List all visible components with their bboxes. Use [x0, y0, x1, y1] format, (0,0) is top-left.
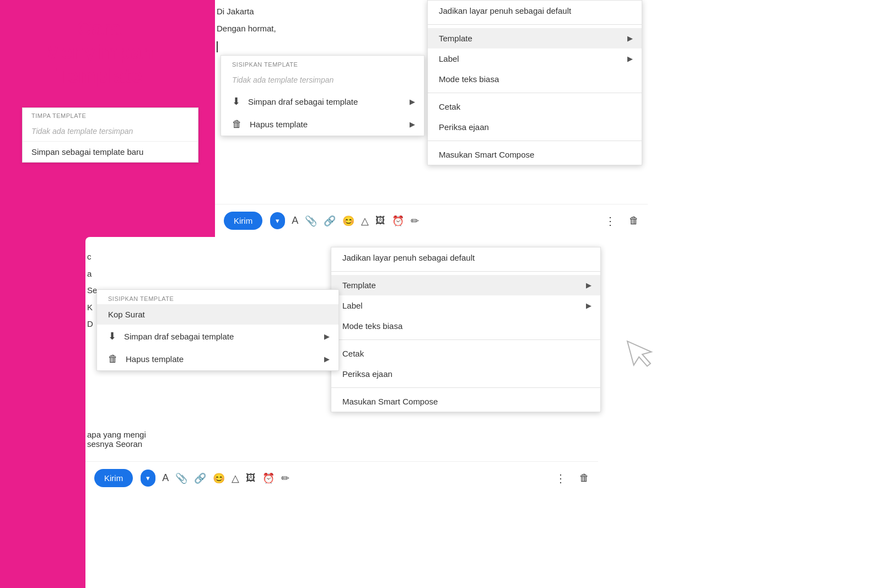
- bottom-right-print-label: Cetak: [342, 349, 364, 358]
- top-right-smart-compose-label: Masukan Smart Compose: [439, 150, 534, 159]
- context-menu-top-left: SISIPKAN TEMPLATE Tidak ada template ter…: [220, 55, 424, 136]
- timpa-save-new-btn[interactable]: Simpan sebagai template baru: [23, 141, 198, 162]
- bottom-attach-icon[interactable]: 📎: [175, 472, 187, 484]
- bottom-right-divider3: [331, 387, 600, 388]
- top-right-template-label: Template: [439, 34, 472, 43]
- top-left-empty-text: Tidak ada template tersimpan: [221, 70, 424, 90]
- top-right-fullscreen[interactable]: Jadikan layar penuh sebagai default: [428, 1, 642, 21]
- top-right-fullscreen-label: Jadikan layar penuh sebagai default: [439, 6, 571, 15]
- bottom-right-fullscreen-label: Jadikan layar penuh sebagai default: [342, 253, 475, 262]
- bottom-right-template-label: Template: [342, 280, 376, 290]
- bottom-save-draft-icon: ⬇: [108, 330, 116, 342]
- top-right-label[interactable]: Label ▶: [428, 48, 642, 69]
- bottom-photo-icon[interactable]: 🖼: [246, 472, 256, 484]
- top-send-dropdown[interactable]: ▾: [270, 212, 285, 229]
- bottom-right-smart-compose-label: Masukan Smart Compose: [342, 397, 438, 406]
- bottom-format-icon[interactable]: A: [162, 472, 169, 484]
- bottom-right-smart-compose[interactable]: Masukan Smart Compose: [331, 391, 600, 412]
- bottom-right-spellcheck[interactable]: Periksa ejaan: [331, 364, 600, 384]
- top-photo-icon[interactable]: 🖼: [375, 215, 385, 226]
- top-right-label-text: Label: [439, 54, 459, 63]
- top-pencil-icon[interactable]: ✏: [411, 215, 419, 227]
- email-line-jakarta: Di Jakarta: [217, 6, 276, 18]
- bottom-right-label-arrow: ▶: [586, 301, 591, 310]
- top-clock-icon[interactable]: ⏰: [392, 215, 404, 227]
- top-compose-toolbar: Kirim ▾ A 📎 🔗 😊 △ 🖼 ⏰ ✏ ⋮ 🗑: [215, 204, 648, 237]
- top-right-divider3: [428, 141, 642, 141]
- bottom-more-icon[interactable]: ⋮: [555, 472, 566, 485]
- top-more-icon[interactable]: ⋮: [605, 214, 616, 228]
- bottom-emoji-icon[interactable]: 😊: [213, 472, 225, 484]
- context-menu-top-right: Jadikan layar penuh sebagai default Temp…: [427, 0, 642, 165]
- email-line-hormat: Dengan hormat,: [217, 23, 276, 35]
- top-left-section-label: SISIPKAN TEMPLATE: [221, 56, 424, 70]
- bottom-right-plaintext[interactable]: Mode teks biasa: [331, 316, 600, 336]
- delete-template-label: Hapus template: [250, 120, 308, 129]
- top-left-save-draft[interactable]: ⬇ Simpan draf sebagai template ▶: [221, 90, 424, 113]
- bottom-send-button[interactable]: Kirim: [94, 469, 133, 487]
- top-right-spellcheck[interactable]: Periksa ejaan: [428, 117, 642, 137]
- top-right-template-arrow: ▶: [627, 34, 633, 42]
- delete-template-arrow: ▶: [410, 120, 415, 128]
- bottom-right-template-arrow: ▶: [586, 281, 591, 289]
- bottom-right-fullscreen[interactable]: Jadikan layar penuh sebagai default: [331, 247, 600, 268]
- top-right-template[interactable]: Template ▶: [428, 28, 642, 48]
- top-title: Cara Menyimpan Template: [22, 17, 176, 88]
- bottom-save-draft-label: Simpan draf sebagai template: [124, 332, 234, 341]
- top-right-plaintext[interactable]: Mode teks biasa: [428, 69, 642, 89]
- email-bottom-apa: apa yang mengi: [87, 430, 189, 439]
- bottom-right-label[interactable]: Label ▶: [331, 295, 600, 316]
- bottom-pencil-icon[interactable]: ✏: [281, 472, 289, 484]
- bottom-right-divider1: [331, 271, 600, 272]
- bottom-drive-icon[interactable]: △: [232, 472, 239, 484]
- top-right-label-arrow: ▶: [627, 55, 633, 63]
- context-menu-bottom-right: Jadikan layar penuh sebagai default Temp…: [331, 247, 601, 412]
- bottom-compose-toolbar: Kirim ▾ A 📎 🔗 😊 △ 🖼 ⏰ ✏ ⋮ 🗑: [85, 461, 598, 494]
- top-drive-icon[interactable]: △: [361, 215, 369, 227]
- bottom-clock-icon[interactable]: ⏰: [262, 472, 275, 484]
- bottom-delete-icon: 🗑: [108, 353, 118, 365]
- bottom-delete-arrow: ▶: [324, 355, 330, 363]
- bottom-save-draft-arrow: ▶: [324, 332, 330, 341]
- bottom-left-kop-surat[interactable]: Kop Surat: [97, 304, 338, 325]
- top-emoji-icon[interactable]: 😊: [342, 215, 354, 227]
- top-link-icon[interactable]: 🔗: [324, 215, 336, 227]
- bottom-left-section-label: SISIPKAN TEMPLATE: [97, 290, 338, 304]
- bottom-left-save-draft[interactable]: ⬇ Simpan draf sebagai template ▶: [97, 325, 338, 348]
- top-right-print[interactable]: Cetak: [428, 96, 642, 117]
- bottom-delete-icon[interactable]: 🗑: [579, 472, 589, 484]
- context-menu-bottom-left: SISIPKAN TEMPLATE Kop Surat ⬇ Simpan dra…: [96, 289, 339, 371]
- top-right-divider1: [428, 24, 642, 25]
- bottom-right-print[interactable]: Cetak: [331, 343, 600, 364]
- bottom-right-template[interactable]: Template ▶: [331, 275, 600, 295]
- top-right-divider2: [428, 93, 642, 93]
- kop-surat-label: Kop Surat: [108, 310, 145, 319]
- top-send-button[interactable]: Kirim: [224, 212, 262, 230]
- bottom-send-label: Kirim: [104, 473, 123, 483]
- top-attach-icon[interactable]: 📎: [305, 215, 317, 227]
- top-right-print-label: Cetak: [439, 102, 460, 111]
- top-delete-icon[interactable]: 🗑: [629, 215, 639, 226]
- bottom-delete-label: Hapus template: [126, 354, 184, 364]
- top-right-plaintext-label: Mode teks biasa: [439, 74, 499, 84]
- email-bottom-a: a: [87, 268, 189, 280]
- bottom-right-divider2: [331, 339, 600, 340]
- bottom-link-icon[interactable]: 🔗: [194, 472, 206, 484]
- top-right-smart-compose[interactable]: Masukan Smart Compose: [428, 144, 642, 165]
- top-title-line1: Cara Menyimpan: [45, 17, 154, 63]
- bottom-send-dropdown[interactable]: ▾: [141, 470, 155, 487]
- timpa-empty-text: Tidak ada template tersimpan: [23, 123, 198, 141]
- email-bottom-sesnya: sesnya Seoran: [87, 439, 189, 449]
- email-snippet-top: Di Jakarta Dengan hormat,: [217, 6, 276, 54]
- timpa-template-panel: TIMPA TEMPLATE Tidak ada template tersim…: [22, 107, 198, 163]
- bottom-left-delete-template[interactable]: 🗑 Hapus template ▶: [97, 348, 338, 370]
- top-left-delete-template[interactable]: 🗑 Hapus template ▶: [221, 113, 424, 136]
- svg-marker-0: [627, 336, 654, 370]
- timpa-label: TIMPA TEMPLATE: [23, 108, 198, 123]
- save-draft-label: Simpan draf sebagai template: [248, 97, 358, 106]
- top-right-spellcheck-label: Periksa ejaan: [439, 122, 489, 132]
- top-title-block: Cara Menyimpan Template: [22, 17, 176, 88]
- top-format-icon[interactable]: A: [292, 215, 298, 226]
- bottom-right-plaintext-label: Mode teks biasa: [342, 321, 402, 331]
- top-left-empty-span: Tidak ada template tersimpan: [232, 75, 334, 84]
